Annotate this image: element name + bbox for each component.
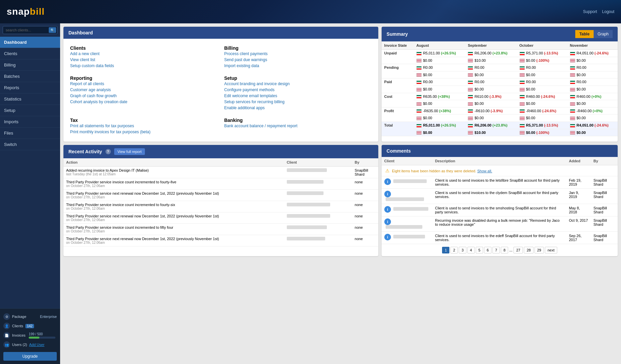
page-7-button[interactable]: 7 — [492, 247, 500, 253]
tax-statements-link[interactable]: Print all statements for tax purposes — [70, 123, 217, 129]
nav-item-files[interactable]: Files — [0, 128, 60, 139]
nav-item-billing[interactable]: Billing — [0, 59, 60, 71]
clients-label: Clients — [12, 324, 23, 328]
search-button[interactable]: 🔍 — [49, 27, 56, 33]
profit-label: Profit — [382, 107, 414, 122]
nav-item-imports[interactable]: Imports — [0, 116, 60, 128]
info-icon: i — [384, 191, 391, 197]
nav-item-batches[interactable]: Batches — [0, 71, 60, 82]
view-client-list-link[interactable]: View client list — [70, 57, 217, 63]
activity-action: Third Party Provider service invoice cou… — [63, 178, 284, 190]
past-due-link[interactable]: Send past due warnings — [224, 57, 371, 63]
comment-by: SnapBill Shard — [591, 189, 618, 204]
unpaid-nov-us: $0.00 — [567, 57, 618, 64]
activity-date: on October 27th, 12:06am — [66, 207, 281, 210]
page-2-button[interactable]: 2 — [450, 247, 458, 253]
flag-us — [520, 131, 525, 135]
flag-za — [416, 124, 422, 128]
age-analysis-link[interactable]: Customer age analysis — [70, 87, 217, 93]
switch-users-row: 👥 Users (2) Add User — [3, 340, 57, 349]
info-icon: i — [384, 206, 391, 213]
dashboard-sections: Clients Add a new client View client lis… — [63, 39, 378, 142]
header: snapbill Support Logout — [0, 0, 621, 23]
page-next-button[interactable]: next — [545, 247, 557, 253]
cost-oct-za: R460.00 (-24.6%) — [517, 93, 567, 100]
flag-us — [416, 88, 422, 92]
import-data-link[interactable]: Import existing data — [224, 63, 371, 69]
page-1-button[interactable]: 1 — [442, 247, 449, 253]
page-5-button[interactable]: 5 — [476, 247, 483, 253]
page-4-button[interactable]: 4 — [467, 247, 475, 253]
upgrade-button[interactable]: Upgrade — [3, 352, 57, 361]
show-all-link[interactable]: Show all. — [477, 169, 492, 173]
comment-added: Feb 19, 2019 — [566, 176, 591, 189]
activity-client — [284, 190, 352, 201]
table-row: Third Party Provider service next renewa… — [63, 212, 378, 224]
page-3-button[interactable]: 3 — [459, 247, 466, 253]
add-user-button[interactable]: Add User — [29, 343, 44, 347]
cost-sep-za-chg: (-3.9%) — [489, 95, 501, 99]
package-value: Enterprise — [40, 315, 57, 319]
cashflow-graph-link[interactable]: Graph of cash flow growth — [70, 93, 217, 99]
branding-link[interactable]: Account branding and invoice design — [224, 81, 371, 87]
col-august: August — [414, 41, 465, 50]
sidebar-nav: Dashboard Clients Billing Batches Report… — [0, 37, 60, 308]
paid-aug-us: $0.00 — [414, 85, 465, 93]
total-oct-us: $0.00 (-100%) — [517, 129, 567, 136]
bank-balance-link[interactable]: Bank account balance / repayment report — [224, 123, 371, 129]
total-oct-za-chg: (-13.5%) — [544, 123, 558, 127]
total-sep-za-chg: (+23.8%) — [492, 123, 507, 127]
flag-us — [570, 73, 575, 77]
report-all-clients-link[interactable]: Report of all clients — [70, 81, 217, 87]
table-row: i Client is used to send invoices to the… — [382, 232, 618, 244]
view-full-button[interactable]: View full report — [114, 148, 145, 155]
tax-monthly-link[interactable]: Print monthly invoices for tax purposes … — [70, 129, 217, 135]
additional-apps-link[interactable]: Enable additional apps — [224, 105, 371, 111]
logout-link[interactable]: Logout — [602, 9, 614, 14]
comments-header: Comments — [382, 145, 618, 157]
payment-methods-link[interactable]: Configure payment methods — [224, 87, 371, 93]
page-27-button[interactable]: 27 — [513, 247, 523, 253]
add-client-link[interactable]: Add a new client — [70, 51, 217, 57]
pending-aug-za: R0.00 — [414, 64, 465, 71]
dashboard-header: Dashboard — [63, 27, 378, 39]
nav-item-statistics[interactable]: Statistics — [0, 94, 60, 105]
email-templates-link[interactable]: Edit welcome email templates — [224, 93, 371, 99]
summary-table: Invoice State August September October N… — [382, 41, 618, 136]
nav-item-setup[interactable]: Setup — [0, 105, 60, 116]
cost-sep-us: $0.00 — [465, 100, 516, 108]
activity-date: on October 27th, 12:06am — [66, 241, 281, 244]
summary-tab-graph[interactable]: Graph — [594, 30, 613, 38]
users-icon: 👥 — [3, 341, 10, 348]
col-invoice-state: Invoice State — [382, 41, 414, 50]
activity-date: on October 27th, 12:06am — [66, 218, 281, 222]
custom-fields-link[interactable]: Setup custom data fields — [70, 63, 217, 69]
logo-snap: snap — [7, 6, 30, 17]
cohort-analysis-link[interactable]: Cohort analysis by creation date — [70, 99, 217, 105]
logo-bill: bill — [30, 6, 44, 17]
nav-item-dashboard[interactable]: Dashboard — [0, 37, 60, 48]
process-payments-link[interactable]: Process client payments — [224, 51, 371, 57]
page-8-button[interactable]: 8 — [501, 247, 508, 253]
nav-item-switch[interactable]: Switch — [0, 139, 60, 150]
summary-tab-table[interactable]: Table — [575, 30, 593, 38]
comment-by: SnapBill Shard — [591, 204, 618, 216]
nav-item-clients[interactable]: Clients — [0, 48, 60, 59]
flag-za — [468, 66, 473, 70]
activity-info-icon[interactable]: ? — [106, 149, 111, 154]
paid-nov-us: $0.00 — [567, 85, 618, 93]
comments-card: Comments Client Description Added By — [382, 145, 618, 256]
page-6-button[interactable]: 6 — [484, 247, 491, 253]
nav-item-reports[interactable]: Reports — [0, 82, 60, 94]
activity-date: on October 27th, 12:06am — [66, 195, 281, 199]
info-icon: i — [384, 218, 391, 225]
page-28-button[interactable]: 28 — [524, 247, 533, 253]
pending-oct-us: $0.00 — [517, 71, 567, 78]
comments-title: Comments — [387, 148, 411, 154]
support-link[interactable]: Support — [583, 9, 597, 14]
profit-aug-us: $0.00 — [414, 115, 465, 122]
recurring-billing-link[interactable]: Setup services for recurring billing — [224, 99, 371, 105]
page-29-button[interactable]: 29 — [535, 247, 544, 253]
unpaid-aug-za: R5,011.00 (+26.5%) — [414, 50, 465, 57]
table-row: Paid R0.00 R0.00 R0.00 R0.00 — [382, 78, 618, 86]
